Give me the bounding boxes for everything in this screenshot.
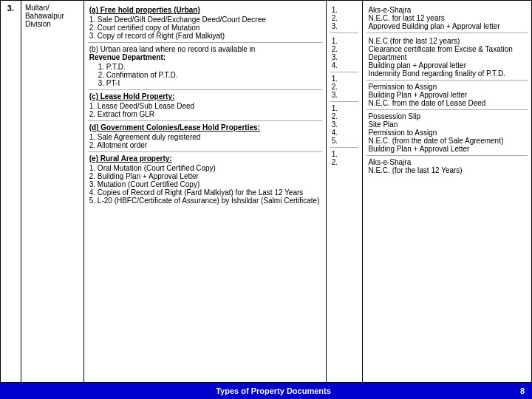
required-docs-cell: Aks-e-Shajra N.E.C. for last 12 years Ap… bbox=[363, 1, 532, 383]
location-cell: Multan/ Bahawalpur Division bbox=[21, 1, 83, 383]
nums-c-cell: 1. 2. 3. bbox=[330, 72, 359, 102]
req-b: N.E.C (for the last 12 years) Clearance … bbox=[366, 33, 528, 81]
section-a-item-1: 1. Sale Deed/Gift Deed/Exchange Deed/Cou… bbox=[89, 16, 321, 24]
nums-a-cell: 1. 2. 3. bbox=[330, 4, 359, 33]
section-b-item-3: 3. PT-I bbox=[89, 79, 321, 87]
row-number: 3. bbox=[1, 1, 21, 383]
section-c-row: (c) Lease Hold Property: 1. Lease Deed/S… bbox=[88, 90, 322, 121]
section-d-title: (d) Government Colonies/Lease Hold Prope… bbox=[89, 123, 321, 132]
nums-e-cell: 1. 2. bbox=[330, 148, 359, 169]
section-e-item-5: 5. L-20 (HBFC/Certificate of Assurance) … bbox=[89, 197, 321, 205]
req-c-cell: Permission to Assign Building Plan + App… bbox=[366, 81, 528, 110]
section-b-docs: (b) Urban area land where no record is a… bbox=[88, 43, 322, 90]
req-e-cell: Aks-e-Shajra N.E.C. (for the last 12 Yea… bbox=[366, 156, 528, 177]
section-e-docs: (e) Rural Area property: 1. Oral Mutatio… bbox=[88, 152, 322, 208]
section-e-item-2: 2. Building Plan + Approval Letter bbox=[89, 172, 321, 180]
footer-title: Types of Property Documents bbox=[37, 386, 510, 395]
section-c-item-1: 1. Lease Deed/Sub Lease Deed bbox=[89, 102, 321, 110]
footer-bar: Types of Property Documents 8 bbox=[0, 383, 532, 399]
main-table: 3. Multan/ Bahawalpur Division (a) Free … bbox=[0, 0, 532, 383]
nums-d: 1. 2. 3. 4. 5. bbox=[330, 102, 359, 148]
section-b-item-2: 2. Confirmation of P.T.D. bbox=[89, 71, 321, 79]
page-wrapper: 3. Multan/ Bahawalpur Division (a) Free … bbox=[0, 0, 532, 399]
item-numbers-cell: 1. 2. 3. 1. 2. 3. 4. bbox=[326, 1, 363, 383]
section-e-title: (e) Rural Area property: bbox=[89, 154, 321, 163]
section-d-row: (d) Government Colonies/Lease Hold Prope… bbox=[88, 121, 322, 152]
section-d-docs: (d) Government Colonies/Lease Hold Prope… bbox=[88, 121, 322, 152]
req-a: Aks-e-Shajra N.E.C. for last 12 years Ap… bbox=[366, 4, 528, 33]
req-a-cell: Aks-e-Shajra N.E.C. for last 12 years Ap… bbox=[366, 4, 528, 33]
section-e-item-1: 1. Oral Mutation (Court Certified Copy) bbox=[89, 164, 321, 172]
section-e-item-3: 3. Mutation (Court Certified Copy) bbox=[89, 180, 321, 188]
section-c-title: (c) Lease Hold Property: bbox=[89, 92, 321, 100]
inner-required-table: Aks-e-Shajra N.E.C. for last 12 years Ap… bbox=[366, 4, 528, 177]
section-a-item-2: 2. Court certified copy of Mutation bbox=[89, 24, 321, 32]
footer-page: 8 bbox=[510, 386, 525, 395]
req-b-cell: N.E.C (for the last 12 years) Clearance … bbox=[366, 33, 528, 81]
section-b-row: (b) Urban area land where no record is a… bbox=[88, 43, 322, 90]
main-row: 3. Multan/ Bahawalpur Division (a) Free … bbox=[1, 1, 532, 383]
section-a-item-3: 3. Copy of record of Right (Fard Malkiya… bbox=[89, 32, 321, 40]
nums-d-cell: 1. 2. 3. 4. 5. bbox=[330, 102, 359, 148]
documents-cell: (a) Free hold properties (Urban) 1. Sale… bbox=[83, 1, 326, 383]
req-c: Permission to Assign Building Plan + App… bbox=[366, 81, 528, 110]
section-d-item-2: 2. Allotment order bbox=[89, 141, 321, 149]
nums-a: 1. 2. 3. bbox=[330, 4, 359, 33]
section-c-docs: (c) Lease Hold Property: 1. Lease Deed/S… bbox=[88, 90, 322, 121]
nums-e: 1. 2. bbox=[330, 148, 359, 169]
nums-c: 1. 2. 3. bbox=[330, 72, 359, 102]
section-a-row: (a) Free hold properties (Urban) 1. Sale… bbox=[88, 4, 322, 43]
req-d-cell: Possession Slip Site Plan Permission to … bbox=[366, 110, 528, 156]
section-b-item-1: 1. P.T.D. bbox=[89, 63, 321, 71]
section-c-item-2: 2. Extract from GLR bbox=[89, 110, 321, 118]
nums-b: 1. 2. 3. 4. bbox=[330, 33, 359, 72]
nums-b-cell: 1. 2. 3. 4. bbox=[330, 33, 359, 72]
section-a-docs: (a) Free hold properties (Urban) 1. Sale… bbox=[88, 4, 322, 43]
section-e-item-4: 4. Copies of Record of Right (Fard Malki… bbox=[89, 188, 321, 197]
req-d: Possession Slip Site Plan Permission to … bbox=[366, 110, 528, 156]
section-d-item-1: 1. Sale Agreement duly registered bbox=[89, 133, 321, 141]
req-e: Aks-e-Shajra N.E.C. (for the last 12 Yea… bbox=[366, 156, 528, 177]
section-e-row: (e) Rural Area property: 1. Oral Mutatio… bbox=[88, 152, 322, 208]
inner-docs-table: (a) Free hold properties (Urban) 1. Sale… bbox=[88, 4, 322, 207]
section-b-title: (b) Urban area land where no record is a… bbox=[89, 45, 321, 61]
inner-numbers-table: 1. 2. 3. 1. 2. 3. 4. bbox=[330, 4, 359, 168]
section-a-title: (a) Free hold properties (Urban) bbox=[89, 6, 321, 14]
location-text: Multan/ Bahawalpur Division bbox=[25, 4, 64, 28]
